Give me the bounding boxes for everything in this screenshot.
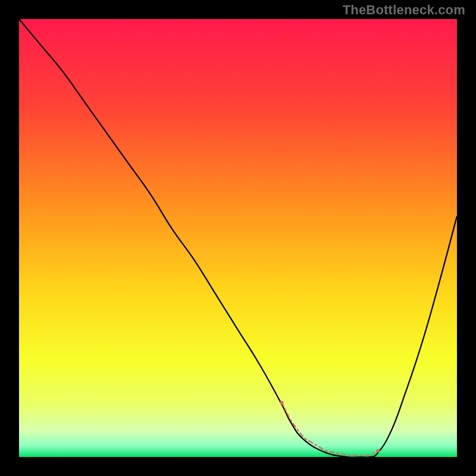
watermark-text: TheBottleneck.com (343, 2, 465, 18)
plot-background (19, 19, 457, 457)
bottleneck-chart (0, 0, 476, 476)
svg-point-1 (377, 449, 380, 453)
chart-frame: TheBottleneck.com (0, 0, 476, 476)
svg-point-0 (280, 401, 284, 405)
